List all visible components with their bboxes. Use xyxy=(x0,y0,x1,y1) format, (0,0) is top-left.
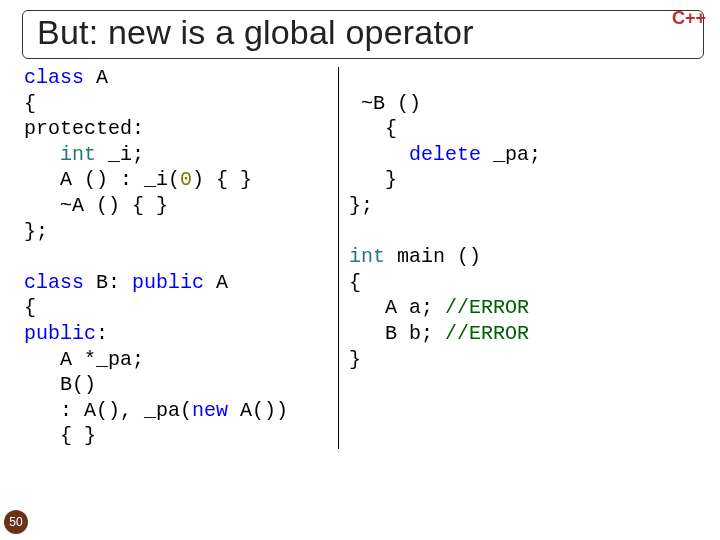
code-text: A()) xyxy=(228,399,288,422)
code-column-right: ~B () { delete _pa; } }; int main () { A… xyxy=(349,65,541,449)
code-text: { xyxy=(349,117,397,140)
slide-number-badge: 50 xyxy=(4,510,28,534)
code-text: { xyxy=(24,92,36,115)
code-text: protected: xyxy=(24,117,144,140)
code-text: }; xyxy=(24,220,48,243)
kw-new: new xyxy=(192,399,228,422)
title-box: But: new is a global operator xyxy=(22,10,704,59)
code-text: _i; xyxy=(96,143,144,166)
code-text: A a; xyxy=(349,296,445,319)
code-text: A xyxy=(204,271,228,294)
code-text: ) { } xyxy=(192,168,252,191)
slide-title: But: new is a global operator xyxy=(37,13,689,52)
code-text: A () : _i( xyxy=(24,168,180,191)
code-text: A xyxy=(84,66,108,89)
kw-public: public xyxy=(132,271,204,294)
code-text: : xyxy=(96,322,108,345)
code-text: } xyxy=(349,168,397,191)
kw-class: class xyxy=(24,66,84,89)
code-text: } xyxy=(349,348,361,371)
code-text: { xyxy=(24,296,36,319)
num-literal: 0 xyxy=(180,168,192,191)
comment-error: //ERROR xyxy=(445,296,529,319)
code-text: }; xyxy=(349,194,373,217)
code-text: { xyxy=(349,271,361,294)
column-divider xyxy=(338,67,339,449)
kw-public: public xyxy=(24,322,96,345)
code-text xyxy=(349,143,409,166)
kw-int: int xyxy=(349,245,385,268)
comment-error: //ERROR xyxy=(445,322,529,345)
code-area: class A { protected: int _i; A () : _i(0… xyxy=(24,65,702,449)
code-text: B: xyxy=(84,271,132,294)
code-text: B() xyxy=(24,373,96,396)
code-text xyxy=(24,143,60,166)
code-text: A *_pa; xyxy=(24,348,144,371)
kw-int: int xyxy=(60,143,96,166)
code-column-left: class A { protected: int _i; A () : _i(0… xyxy=(24,65,334,449)
kw-class: class xyxy=(24,271,84,294)
code-text: B b; xyxy=(349,322,445,345)
code-text: _pa; xyxy=(481,143,541,166)
code-text: { } xyxy=(24,424,96,447)
code-text: ~A () { } xyxy=(24,194,168,217)
code-text: : A(), _pa( xyxy=(24,399,192,422)
code-text: ~B () xyxy=(349,92,421,115)
code-text: main () xyxy=(385,245,481,268)
kw-delete: delete xyxy=(409,143,481,166)
language-badge: C++ xyxy=(672,8,706,29)
